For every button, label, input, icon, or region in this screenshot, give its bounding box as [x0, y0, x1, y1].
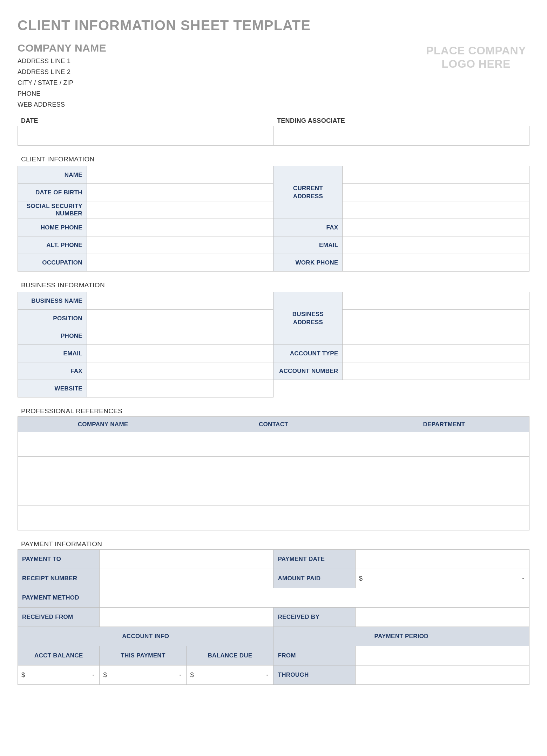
ref-col-company: COMPANY NAME [18, 417, 188, 432]
business-address-label: BUSINESS ADDRESS [274, 292, 343, 345]
business-address-field-2[interactable] [343, 310, 529, 327]
date-associate-fields [18, 126, 529, 146]
client-info-heading: CLIENT INFORMATION [18, 155, 529, 163]
acct-balance-label: ACCT BALANCE [18, 646, 100, 665]
account-info-header: ACCOUNT INFO [18, 627, 274, 646]
business-info-heading: BUSINESS INFORMATION [18, 281, 529, 289]
balance-due-field[interactable]: $ - [187, 665, 274, 685]
ref-company-field[interactable] [18, 432, 188, 457]
company-block: COMPANY NAME ADDRESS LINE 1 ADDRESS LINE… [18, 42, 426, 112]
address-line-2: ADDRESS LINE 2 [18, 68, 426, 76]
ref-company-field[interactable] [18, 506, 188, 530]
amount-paid-field[interactable]: $ - [355, 569, 529, 588]
alt-phone-field[interactable] [87, 236, 274, 254]
ref-department-field[interactable] [359, 432, 529, 457]
business-phone-label: PHONE [18, 327, 87, 345]
client-name-field[interactable] [87, 166, 274, 184]
current-address-field-1[interactable] [343, 166, 529, 184]
website-field[interactable] [87, 380, 274, 397]
payment-date-field[interactable] [355, 550, 529, 569]
ref-row [18, 481, 529, 506]
current-address-field-3[interactable] [343, 201, 529, 219]
business-email-label: EMAIL [18, 345, 87, 362]
this-payment-field[interactable]: $ - [100, 665, 187, 685]
account-number-field[interactable] [343, 362, 529, 380]
logo-placeholder: PLACE COMPANY LOGO HERE [426, 42, 529, 71]
date-label: DATE [18, 117, 274, 126]
references-table: COMPANY NAME CONTACT DEPARTMENT [18, 416, 529, 530]
associate-field[interactable] [274, 126, 529, 146]
alt-phone-label: ALT. PHONE [18, 236, 87, 254]
from-field[interactable] [355, 646, 529, 665]
balance-due-label: BALANCE DUE [187, 646, 274, 665]
dob-label: DATE OF BIRTH [18, 184, 87, 201]
received-by-label: RECEIVED BY [274, 608, 355, 627]
ref-contact-field[interactable] [188, 432, 359, 457]
email-field[interactable] [343, 236, 529, 254]
account-type-label: ACCOUNT TYPE [274, 345, 343, 362]
company-name: COMPANY NAME [18, 42, 426, 54]
through-label: THROUGH [274, 665, 355, 685]
business-address-field-1[interactable] [343, 292, 529, 310]
this-payment-label: THIS PAYMENT [100, 646, 187, 665]
received-by-field[interactable] [355, 608, 529, 627]
ref-department-field[interactable] [359, 457, 529, 481]
dollar-sign: $ [359, 575, 363, 582]
fax-field[interactable] [343, 219, 529, 236]
ref-row [18, 506, 529, 530]
ref-company-field[interactable] [18, 457, 188, 481]
client-info-table: NAME CURRENT ADDRESS DATE OF BIRTH SOCIA… [18, 166, 529, 272]
receipt-number-field[interactable] [100, 569, 274, 588]
ref-department-field[interactable] [359, 506, 529, 530]
payment-to-label: PAYMENT TO [18, 550, 100, 569]
position-field[interactable] [87, 310, 274, 327]
receipt-number-label: RECEIPT NUMBER [18, 569, 100, 588]
ref-department-field[interactable] [359, 481, 529, 506]
acct-balance-field[interactable]: $ - [18, 665, 100, 685]
ref-contact-field[interactable] [188, 457, 359, 481]
payment-to-field[interactable] [100, 550, 274, 569]
business-address-field-3[interactable] [343, 327, 529, 345]
logo-line-2: LOGO HERE [426, 57, 526, 71]
business-info-table: BUSINESS NAME BUSINESS ADDRESS POSITION … [18, 292, 529, 397]
work-phone-label: WORK PHONE [274, 254, 343, 272]
amount-paid-label: AMOUNT PAID [274, 569, 355, 588]
ssn-label: SOCIAL SECURITY NUMBER [18, 201, 87, 219]
business-fax-field[interactable] [87, 362, 274, 380]
business-phone-field[interactable] [87, 327, 274, 345]
dollar-sign: $ [103, 671, 107, 679]
business-email-field[interactable] [87, 345, 274, 362]
ref-row [18, 432, 529, 457]
occupation-field[interactable] [87, 254, 274, 272]
dash: - [266, 671, 268, 679]
ref-col-contact: CONTACT [188, 417, 359, 432]
current-address-field-2[interactable] [343, 184, 529, 201]
payment-period-header: PAYMENT PERIOD [274, 627, 529, 646]
dollar-sign: $ [21, 671, 25, 679]
business-name-field[interactable] [87, 292, 274, 310]
occupation-label: OCCUPATION [18, 254, 87, 272]
through-field[interactable] [355, 665, 529, 685]
payment-method-label: PAYMENT METHOD [18, 588, 100, 608]
ref-contact-field[interactable] [188, 481, 359, 506]
city-state-zip: CITY / STATE / ZIP [18, 79, 426, 87]
date-field[interactable] [18, 126, 274, 146]
payment-info-heading: PAYMENT INFORMATION [18, 540, 529, 548]
ref-contact-field[interactable] [188, 506, 359, 530]
date-associate-labels: DATE TENDING ASSOCIATE [18, 117, 529, 126]
payment-method-field[interactable] [100, 588, 529, 608]
received-from-field[interactable] [100, 608, 274, 627]
home-phone-field[interactable] [87, 219, 274, 236]
business-name-label: BUSINESS NAME [18, 292, 87, 310]
dob-field[interactable] [87, 184, 274, 201]
current-address-label: CURRENT ADDRESS [274, 166, 343, 219]
fax-label: FAX [274, 219, 343, 236]
received-from-label: RECEIVED FROM [18, 608, 100, 627]
company-phone: PHONE [18, 90, 426, 98]
logo-line-1: PLACE COMPANY [426, 44, 526, 57]
ssn-field[interactable] [87, 201, 274, 219]
ref-company-field[interactable] [18, 481, 188, 506]
work-phone-field[interactable] [343, 254, 529, 272]
account-type-field[interactable] [343, 345, 529, 362]
dash: - [92, 671, 94, 679]
